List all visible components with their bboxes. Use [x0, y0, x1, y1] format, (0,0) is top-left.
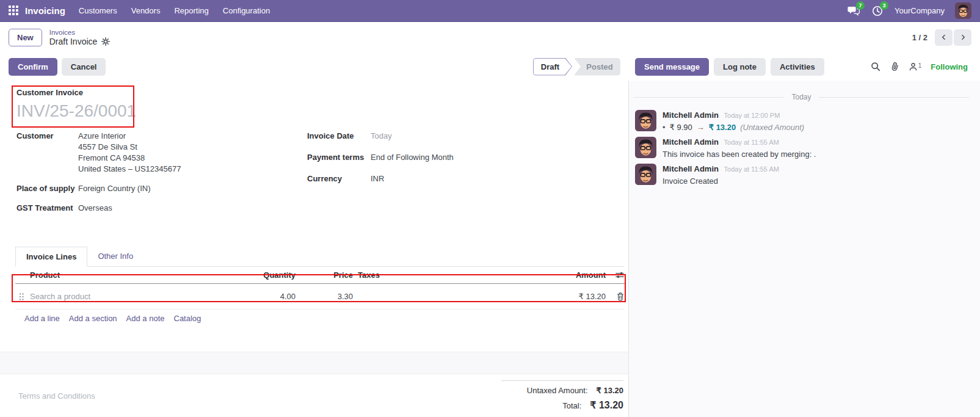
- optional-columns-button[interactable]: [608, 270, 625, 280]
- total-label: Total:: [562, 401, 581, 410]
- apps-menu-icon[interactable]: [9, 5, 19, 16]
- message-author[interactable]: Mitchell Admin: [662, 111, 719, 120]
- log-note-button[interactable]: Log note: [714, 58, 766, 76]
- message-author[interactable]: Mitchell Admin: [662, 164, 719, 173]
- search-icon: [871, 62, 880, 71]
- customer-address-line: 4557 De Silva St: [78, 142, 181, 153]
- activities-button[interactable]: Activities: [771, 58, 824, 76]
- col-amount[interactable]: Amount: [526, 270, 608, 280]
- invoice-type-label: Customer Invoice: [16, 88, 628, 98]
- invoice-number-placeholder[interactable]: INV/25-26/0001: [16, 100, 628, 122]
- cancel-button[interactable]: Cancel: [62, 58, 106, 76]
- breadcrumb: Invoices Draft Invoice: [49, 28, 111, 47]
- place-of-supply-label: Place of supply: [16, 183, 78, 194]
- empty-line-stripe: [0, 352, 628, 374]
- col-taxes[interactable]: Taxes: [355, 270, 526, 280]
- message-timestamp: Today at 11:55 AM: [724, 165, 779, 173]
- chatter-panel: Today Mitchell Admin Today at 12:00 PM ₹…: [629, 81, 980, 417]
- sliders-icon: [615, 270, 625, 280]
- pager-previous-button[interactable]: [935, 29, 953, 46]
- menu-vendors[interactable]: Vendors: [131, 6, 161, 15]
- record-pager: 1 / 2: [912, 29, 971, 46]
- customer-name-field[interactable]: Azure Interior: [78, 131, 181, 142]
- attach-files-button[interactable]: [890, 62, 899, 71]
- invoicing-app-page: Invoicing Customers Vendors Reporting Co…: [0, 0, 980, 417]
- customer-label: Customer: [16, 131, 78, 175]
- new-button[interactable]: New: [9, 29, 42, 46]
- breadcrumb-parent-link[interactable]: Invoices: [49, 28, 111, 37]
- catalog-link[interactable]: Catalog: [174, 314, 201, 323]
- payment-terms-field[interactable]: End of Following Month: [371, 152, 454, 163]
- pager-next-button[interactable]: [954, 29, 971, 46]
- top-navbar: Invoicing Customers Vendors Reporting Co…: [0, 0, 980, 22]
- product-search-input[interactable]: [30, 292, 231, 301]
- gear-icon[interactable]: [101, 37, 110, 46]
- col-quantity[interactable]: Quantity: [231, 270, 298, 280]
- message-author-avatar[interactable]: [635, 137, 656, 159]
- breadcrumb-bar: New Invoices Draft Invoice 1 / 2: [0, 22, 980, 53]
- search-messages-button[interactable]: [871, 62, 880, 71]
- followers-button[interactable]: 1: [909, 62, 922, 71]
- chatter-message: Mitchell Admin Today at 11:55 AM Invoice…: [634, 164, 969, 186]
- chatter-message: Mitchell Admin Today at 11:55 AM This in…: [634, 137, 969, 159]
- invoice-date-field[interactable]: [371, 131, 505, 140]
- date-divider: Today: [634, 93, 969, 101]
- drag-handle-icon[interactable]: [15, 292, 27, 302]
- message-timestamp: Today at 11:55 AM: [724, 139, 779, 146]
- bullet-icon: [662, 122, 666, 132]
- trash-icon: [616, 292, 625, 301]
- customer-address-line: Fremont CA 94538: [78, 153, 181, 164]
- message-timestamp: Today at 12:00 PM: [724, 112, 780, 119]
- gst-treatment-label: GST Treatment: [16, 203, 78, 214]
- followers-count: 1: [918, 62, 922, 69]
- chevron-left-icon: [940, 34, 948, 41]
- menu-customers[interactable]: Customers: [79, 6, 117, 15]
- place-of-supply-field[interactable]: Foreign Country (IN): [78, 183, 150, 194]
- empty-line-stripe: [0, 330, 628, 352]
- app-name[interactable]: Invoicing: [25, 5, 65, 16]
- payment-terms-label: Payment terms: [307, 152, 371, 163]
- arrow-right-icon: [697, 122, 705, 132]
- delete-line-button[interactable]: [608, 292, 625, 301]
- tab-invoice-lines[interactable]: Invoice Lines: [15, 247, 87, 267]
- currency-field[interactable]: INR: [371, 173, 384, 184]
- status-posted[interactable]: Posted: [574, 58, 620, 76]
- col-price[interactable]: Price: [298, 270, 355, 280]
- paperclip-icon: [890, 62, 899, 71]
- add-a-note-link[interactable]: Add a note: [126, 314, 165, 323]
- menu-configuration[interactable]: Configuration: [223, 6, 270, 15]
- add-a-section-link[interactable]: Add a section: [69, 314, 117, 323]
- person-icon: [909, 62, 918, 71]
- message-body: Invoice Created: [662, 176, 779, 186]
- invoice-line-row[interactable]: 4.00 3.30 ₹ 13.20: [15, 284, 625, 310]
- following-button[interactable]: Following: [931, 62, 968, 71]
- message-author-avatar[interactable]: [635, 110, 656, 132]
- pager-count[interactable]: 1 / 2: [912, 33, 927, 42]
- tracking-old-value: ₹ 9.90: [670, 122, 692, 132]
- totals-block: Untaxed Amount: ₹ 13.20 Total: ₹ 13.20: [501, 380, 623, 411]
- message-author-avatar[interactable]: [635, 164, 656, 186]
- lines-header-row: Product Quantity Price Taxes Amount: [15, 267, 625, 284]
- menu-reporting[interactable]: Reporting: [174, 6, 208, 15]
- confirm-button[interactable]: Confirm: [9, 58, 57, 76]
- tracking-value-change: ₹ 9.90 ₹ 13.20 (Untaxed Amount): [662, 122, 804, 132]
- tab-other-info[interactable]: Other Info: [87, 247, 143, 266]
- add-a-line-link[interactable]: Add a line: [24, 314, 60, 323]
- messages-menu-button[interactable]: 7: [847, 5, 860, 17]
- line-price[interactable]: 3.30: [298, 292, 355, 301]
- line-actions: Add a line Add a section Add a note Cata…: [24, 314, 628, 323]
- user-avatar[interactable]: [955, 2, 971, 19]
- untaxed-amount-value: ₹ 13.20: [597, 386, 623, 395]
- activities-menu-button[interactable]: 3: [871, 5, 884, 17]
- company-switcher[interactable]: YourCompany: [895, 6, 945, 15]
- send-message-button[interactable]: Send message: [635, 58, 709, 76]
- breadcrumb-current: Draft Invoice: [49, 37, 98, 47]
- gst-treatment-field[interactable]: Overseas: [78, 203, 112, 214]
- status-draft[interactable]: Draft: [533, 58, 572, 76]
- message-author[interactable]: Mitchell Admin: [662, 137, 719, 147]
- invoice-form-sheet: Customer Invoice INV/25-26/0001 Customer…: [0, 81, 629, 417]
- col-product[interactable]: Product: [27, 270, 231, 280]
- terms-and-conditions-input[interactable]: [18, 380, 201, 411]
- control-panel: Confirm Cancel Draft Posted Send message…: [0, 53, 980, 81]
- line-quantity[interactable]: 4.00: [231, 292, 298, 301]
